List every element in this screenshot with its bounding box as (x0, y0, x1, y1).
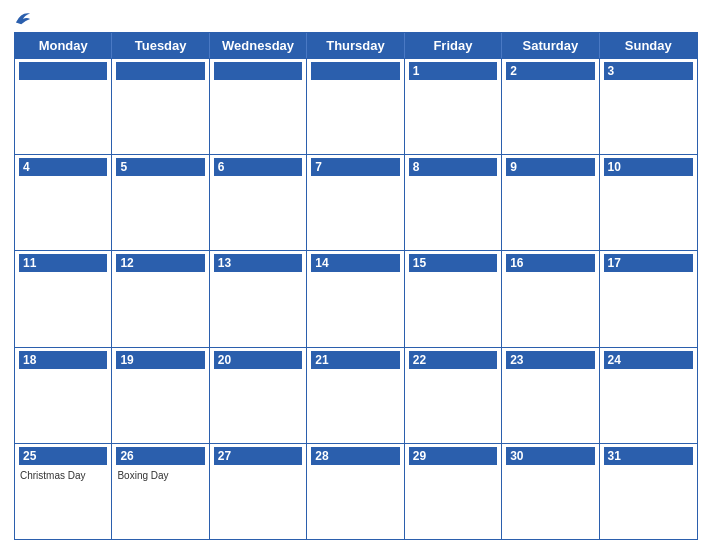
calendar-cell: 19 (112, 348, 209, 443)
calendar-cell: 23 (502, 348, 599, 443)
calendar-cell: 5 (112, 155, 209, 250)
weekday-header-friday: Friday (405, 33, 502, 58)
calendar-cell: 10 (600, 155, 697, 250)
day-number: 31 (608, 449, 621, 463)
calendar-cell: 2 (502, 59, 599, 154)
calendar-cell: 25Christmas Day (15, 444, 112, 539)
day-number: 21 (315, 353, 328, 367)
calendar-cell: 4 (15, 155, 112, 250)
event-label: Boxing Day (116, 470, 168, 481)
day-number: 27 (218, 449, 231, 463)
calendar-cell: 29 (405, 444, 502, 539)
calendar-cell: 14 (307, 251, 404, 346)
calendar-cell: 22 (405, 348, 502, 443)
calendar-cell: 18 (15, 348, 112, 443)
calendar-cell: 16 (502, 251, 599, 346)
calendar-cell: 3 (600, 59, 697, 154)
weekday-header-monday: Monday (15, 33, 112, 58)
calendar-cell: 30 (502, 444, 599, 539)
day-number: 22 (413, 353, 426, 367)
calendar-week-4: 18192021222324 (15, 347, 697, 443)
logo (14, 10, 34, 26)
calendar-cell: 27 (210, 444, 307, 539)
day-number: 14 (315, 256, 328, 270)
weekday-header-thursday: Thursday (307, 33, 404, 58)
calendar-cell: 7 (307, 155, 404, 250)
calendar-cell: 13 (210, 251, 307, 346)
calendar-cell: 21 (307, 348, 404, 443)
day-number: 6 (218, 160, 225, 174)
day-number: 20 (218, 353, 231, 367)
day-number: 28 (315, 449, 328, 463)
day-number: 9 (510, 160, 517, 174)
logo-bird-icon (14, 10, 32, 26)
day-number: 17 (608, 256, 621, 270)
day-number: 15 (413, 256, 426, 270)
calendar-cell: 26Boxing Day (112, 444, 209, 539)
day-number: 24 (608, 353, 621, 367)
day-number: 13 (218, 256, 231, 270)
day-number: 29 (413, 449, 426, 463)
calendar-cell: 24 (600, 348, 697, 443)
day-number: 23 (510, 353, 523, 367)
weekday-header-row: MondayTuesdayWednesdayThursdayFridaySatu… (15, 33, 697, 58)
calendar-page: MondayTuesdayWednesdayThursdayFridaySatu… (0, 0, 712, 550)
day-number: 25 (23, 449, 36, 463)
day-number: 11 (23, 256, 36, 270)
page-header (14, 10, 698, 26)
day-number: 5 (120, 160, 127, 174)
calendar-cell: 17 (600, 251, 697, 346)
calendar-cell: 8 (405, 155, 502, 250)
calendar-cell: 31 (600, 444, 697, 539)
calendar-cell: 1 (405, 59, 502, 154)
day-number: 2 (510, 64, 517, 78)
calendar-cell: 9 (502, 155, 599, 250)
day-number: 7 (315, 160, 322, 174)
calendar-cell: 12 (112, 251, 209, 346)
weekday-header-wednesday: Wednesday (210, 33, 307, 58)
day-number: 18 (23, 353, 36, 367)
calendar-cell (307, 59, 404, 154)
calendar-cell (112, 59, 209, 154)
calendar-cell: 15 (405, 251, 502, 346)
day-number: 30 (510, 449, 523, 463)
logo-blue-text (14, 10, 34, 26)
calendar-cell (210, 59, 307, 154)
day-number: 10 (608, 160, 621, 174)
calendar-cell: 28 (307, 444, 404, 539)
calendar-cell: 11 (15, 251, 112, 346)
calendar-grid: MondayTuesdayWednesdayThursdayFridaySatu… (14, 32, 698, 540)
calendar-week-5: 25Christmas Day26Boxing Day2728293031 (15, 443, 697, 539)
event-label: Christmas Day (19, 470, 86, 481)
calendar-week-2: 45678910 (15, 154, 697, 250)
calendar-cell: 6 (210, 155, 307, 250)
weekday-header-sunday: Sunday (600, 33, 697, 58)
day-number: 4 (23, 160, 30, 174)
day-number: 19 (120, 353, 133, 367)
calendar-week-1: 123 (15, 58, 697, 154)
day-number: 3 (608, 64, 615, 78)
calendar-body: 1234567891011121314151617181920212223242… (15, 58, 697, 539)
day-number: 12 (120, 256, 133, 270)
calendar-week-3: 11121314151617 (15, 250, 697, 346)
day-number: 26 (120, 449, 133, 463)
calendar-cell: 20 (210, 348, 307, 443)
day-number: 8 (413, 160, 420, 174)
calendar-cell (15, 59, 112, 154)
weekday-header-saturday: Saturday (502, 33, 599, 58)
day-number: 1 (413, 64, 420, 78)
day-number: 16 (510, 256, 523, 270)
weekday-header-tuesday: Tuesday (112, 33, 209, 58)
